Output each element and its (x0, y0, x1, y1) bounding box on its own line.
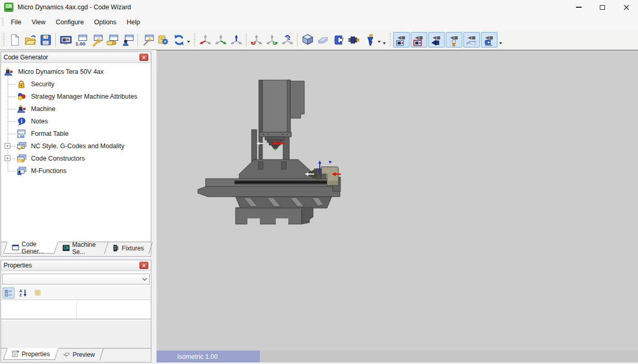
3d-viewport[interactable]: Isometric 1.00 (157, 50, 638, 364)
minimize-icon (576, 7, 582, 7)
tool-dropdown-icon[interactable] (378, 41, 381, 44)
tab-label: Machine Se... (72, 241, 100, 256)
machine-3d-model (196, 78, 344, 228)
chevron-down-icon (140, 278, 149, 281)
strategy-spheres-icon (17, 92, 28, 101)
format-table-button[interactable]: 1.00 (73, 32, 89, 48)
view-spindle-icon (430, 33, 444, 46)
tree-item-format-table[interactable]: 1.00 Format Table (1, 128, 151, 140)
properties-close-button[interactable] (139, 262, 148, 269)
menu-view[interactable]: View (26, 16, 51, 28)
toolbar-grip[interactable] (194, 33, 195, 46)
property-pages-icon (34, 289, 41, 296)
toolbar-separator (246, 33, 246, 46)
tab-fixtures[interactable]: Fixtures (104, 242, 153, 254)
tab-label: Code Gener... (22, 241, 50, 255)
minimize-button[interactable] (567, 0, 590, 14)
menu-help[interactable]: Help (121, 16, 145, 28)
tab-code-generator[interactable]: Code Gener... (3, 242, 58, 254)
clamp-button[interactable] (331, 32, 346, 48)
move-x-axis-icon (199, 34, 212, 46)
view-machine-button[interactable] (393, 32, 410, 48)
tab-properties[interactable]: Properties (3, 348, 58, 360)
generate-code-button[interactable] (155, 32, 171, 48)
tree-expander-icon[interactable]: + (5, 143, 10, 149)
open-file-icon (24, 34, 37, 46)
tool-icon (363, 34, 376, 46)
nc-style-button[interactable] (89, 32, 104, 48)
properties-toolbar: AZ (1, 286, 151, 300)
machine-icon (4, 68, 15, 76)
refresh-button[interactable] (171, 32, 186, 48)
rotate-y-axis-button[interactable] (264, 32, 279, 48)
code-generator-tab-row: Code Gener... Machine Se... Fixtures (1, 242, 151, 256)
menu-grip[interactable] (2, 18, 4, 27)
maximize-button[interactable] (590, 0, 614, 14)
move-y-axis-button[interactable] (213, 32, 228, 48)
properties-sheet-icon (12, 351, 19, 357)
refresh-dropdown-icon[interactable] (187, 41, 190, 44)
tree-item-machine-root[interactable]: Micro Dynamics Tera 50V 4ax (1, 66, 151, 78)
properties-panel-header[interactable]: Properties (1, 260, 151, 271)
view-stock-button[interactable] (463, 32, 480, 48)
tree-item-code-constructors[interactable]: + Code Constructors (1, 152, 151, 165)
menu-options[interactable]: Options (89, 16, 121, 28)
code-generator-panel: Code Generator Micro Dynamics Tera 50V 4… (1, 52, 151, 257)
svg-text:1.00: 1.00 (17, 134, 25, 138)
new-file-icon (8, 34, 21, 46)
open-file-button[interactable] (22, 32, 38, 48)
rotate-y-axis-icon (266, 34, 278, 46)
tree-item-security[interactable]: Security (1, 78, 151, 90)
move-x-axis-button[interactable] (197, 32, 213, 48)
tool-button[interactable] (362, 32, 377, 48)
solid-view-button[interactable] (300, 32, 315, 48)
new-file-button[interactable] (7, 32, 22, 48)
save-button[interactable] (38, 32, 53, 48)
m-functions-icon (17, 167, 28, 175)
solid-view-icon (301, 34, 314, 46)
close-button[interactable] (614, 0, 638, 14)
tree-item-notes[interactable]: Notes (1, 115, 151, 128)
grid-column-divider[interactable] (76, 300, 77, 319)
toolbar-separator (137, 33, 138, 46)
chuck-button[interactable] (346, 32, 362, 48)
svg-text:1.00: 1.00 (75, 40, 86, 46)
machine-setup-button[interactable] (58, 32, 73, 48)
rotate-z-axis-button[interactable] (279, 32, 295, 48)
view-clamp-button[interactable] (481, 32, 497, 48)
menu-configure[interactable]: Configure (51, 16, 89, 28)
tree-item-machine[interactable]: Machine (1, 103, 151, 115)
rotate-x-axis-button[interactable] (248, 32, 264, 48)
properties-grid[interactable] (1, 300, 151, 320)
tree-item-m-functions[interactable]: M-Functions (1, 165, 151, 177)
view-machine-limits-button[interactable] (411, 32, 427, 48)
toolbar-grip[interactable] (3, 33, 5, 46)
tree-expander-icon[interactable]: + (5, 155, 10, 161)
tab-preview[interactable]: Preview (55, 349, 103, 360)
camera-group-overflow-icon[interactable] (499, 42, 502, 46)
categorized-view-button[interactable] (3, 288, 14, 298)
code-wizard-button[interactable] (140, 32, 155, 48)
chuck-icon (348, 34, 361, 46)
toolbar-grip[interactable] (390, 33, 391, 46)
code-generator-panel-header[interactable]: Code Generator (1, 52, 151, 63)
code-generator-close-button[interactable] (139, 54, 148, 61)
format-table-icon: 1.00 (17, 130, 28, 138)
view-tool-button[interactable] (446, 32, 462, 48)
properties-object-combobox[interactable] (2, 274, 150, 284)
view-spindle-button[interactable] (428, 32, 445, 48)
title-bar[interactable]: Micro Dynamics 4ax.cgd - Code Wizard (0, 0, 638, 14)
tree-item-strategy-manager[interactable]: Strategy Manager Machine Attributes (1, 90, 151, 103)
properties-panel: Properties AZ (1, 260, 151, 362)
tree-item-nc-style[interactable]: + NC Style, G-Codes and Modality (1, 140, 151, 152)
property-pages-button[interactable] (32, 288, 43, 298)
move-z-axis-button[interactable] (228, 32, 244, 48)
sort-alphabetical-button[interactable]: AZ (17, 288, 29, 298)
plane-view-button[interactable] (315, 32, 331, 48)
m-functions-button[interactable] (120, 32, 135, 48)
menu-file[interactable]: File (6, 16, 26, 28)
refresh-icon (173, 34, 185, 46)
tab-machine-settings[interactable]: Machine Se... (54, 242, 108, 254)
code-constructors-button[interactable] (104, 32, 120, 48)
toolbar-overflow-icon[interactable] (383, 42, 386, 46)
